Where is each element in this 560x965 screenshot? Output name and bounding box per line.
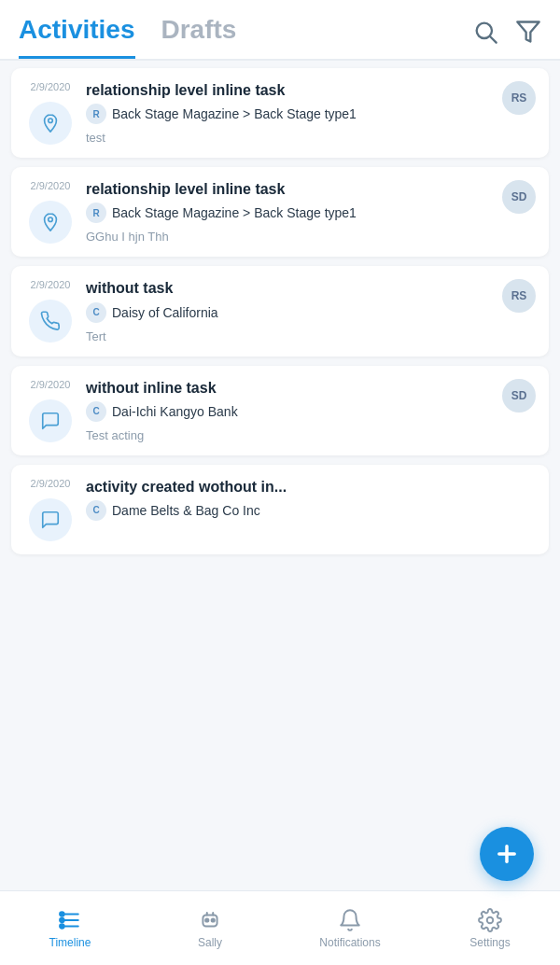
user-avatar: RS — [502, 81, 536, 115]
nav-item-notifications[interactable]: Notifications — [317, 908, 383, 949]
activity-note: Tert — [86, 329, 534, 343]
svg-point-15 — [212, 918, 215, 921]
activity-icon-message — [29, 399, 72, 442]
activity-list: 2/9/2020 relationship level inline task … — [0, 61, 560, 666]
nav-label-sally: Sally — [198, 936, 222, 949]
activity-left: 2/9/2020 — [26, 81, 75, 145]
activity-content: without task C Daisy of California Tert — [86, 279, 534, 343]
activity-date: 2/9/2020 — [31, 379, 71, 390]
header-icons — [472, 19, 541, 56]
activity-title: without task — [86, 279, 534, 297]
activity-title: without inline task — [86, 379, 534, 397]
activity-title: relationship level inline task — [86, 180, 534, 198]
relation-text: Dai-Ichi Kangyo Bank — [112, 404, 238, 419]
activity-content: relationship level inline task R Back St… — [86, 81, 534, 145]
nav-item-timeline[interactable]: Timeline — [37, 908, 103, 949]
activity-icon-message — [29, 498, 72, 541]
activity-relation: C Dai-Ichi Kangyo Bank — [86, 401, 534, 422]
relation-badge: R — [86, 104, 106, 124]
activity-card[interactable]: 2/9/2020 without inline task C Dai-Ichi … — [11, 366, 549, 455]
tab-drafts[interactable]: Drafts — [161, 15, 237, 59]
relation-badge: R — [86, 203, 106, 223]
svg-point-11 — [60, 917, 63, 921]
nav-label-timeline: Timeline — [49, 936, 91, 949]
fab-add-button[interactable] — [480, 827, 534, 881]
activity-date: 2/9/2020 — [31, 279, 71, 290]
user-avatar: SD — [502, 180, 536, 214]
activity-relation: C Daisy of California — [86, 302, 534, 323]
svg-point-20 — [487, 916, 494, 923]
activity-note: test — [86, 131, 534, 145]
activity-card[interactable]: 2/9/2020 relationship level inline task … — [11, 167, 549, 257]
nav-label-settings: Settings — [469, 936, 510, 949]
user-avatar: SD — [502, 379, 536, 413]
activity-title: relationship level inline task — [86, 81, 534, 99]
activity-note: Test acting — [86, 428, 534, 442]
activity-icon-phone — [29, 300, 72, 343]
svg-point-12 — [60, 924, 63, 928]
relation-badge: C — [86, 302, 106, 323]
activity-left: 2/9/2020 — [26, 478, 75, 541]
relation-badge: C — [86, 401, 106, 422]
activity-date: 2/9/2020 — [31, 478, 71, 489]
svg-point-19 — [212, 912, 214, 914]
bottom-nav: Timeline Sally Notifications Settings — [0, 890, 560, 965]
activity-relation: R Back Stage Magazine > Back Stage type1 — [86, 203, 534, 223]
header-tabs: Activities Drafts — [19, 15, 472, 59]
svg-point-14 — [205, 918, 208, 921]
nav-item-sally[interactable]: Sally — [177, 908, 243, 949]
activity-date: 2/9/2020 — [31, 180, 71, 191]
activity-left: 2/9/2020 — [26, 279, 75, 343]
activity-title: activity created wothout in... — [86, 478, 534, 496]
search-icon[interactable] — [472, 19, 498, 45]
activity-content: without inline task C Dai-Ichi Kangyo Ba… — [86, 379, 534, 442]
filter-icon[interactable] — [515, 19, 541, 45]
activity-content: relationship level inline task R Back St… — [86, 180, 534, 244]
activity-relation: C Dame Belts & Bag Co Inc — [86, 500, 534, 521]
relation-badge: C — [86, 500, 106, 521]
activity-note: GGhu I hjn Thh — [86, 230, 534, 244]
svg-point-3 — [49, 119, 53, 123]
svg-point-10 — [60, 912, 63, 916]
activity-left: 2/9/2020 — [26, 379, 75, 442]
activity-icon-location — [29, 102, 72, 145]
relation-text: Back Stage Magazine > Back Stage type1 — [112, 106, 357, 121]
svg-line-1 — [490, 36, 496, 42]
svg-point-4 — [49, 217, 53, 222]
tab-activities[interactable]: Activities — [19, 15, 135, 59]
activity-relation: R Back Stage Magazine > Back Stage type1 — [86, 104, 534, 124]
activity-date: 2/9/2020 — [31, 81, 71, 92]
svg-marker-2 — [517, 21, 539, 41]
relation-text: Dame Belts & Bag Co Inc — [112, 503, 260, 518]
header: Activities Drafts — [0, 0, 560, 61]
nav-item-settings[interactable]: Settings — [457, 908, 523, 949]
activity-left: 2/9/2020 — [26, 180, 75, 244]
activity-content: activity created wothout in... C Dame Be… — [86, 478, 534, 521]
activity-card[interactable]: 2/9/2020 without task C Daisy of Califor… — [11, 266, 549, 356]
relation-text: Daisy of California — [112, 305, 218, 320]
activity-card[interactable]: 2/9/2020 relationship level inline task … — [11, 68, 549, 158]
svg-point-18 — [206, 912, 208, 914]
relation-text: Back Stage Magazine > Back Stage type1 — [112, 205, 357, 220]
activity-icon-location — [29, 201, 72, 244]
activity-card[interactable]: 2/9/2020 activity created wothout in... … — [11, 465, 549, 554]
nav-label-notifications: Notifications — [319, 936, 380, 949]
